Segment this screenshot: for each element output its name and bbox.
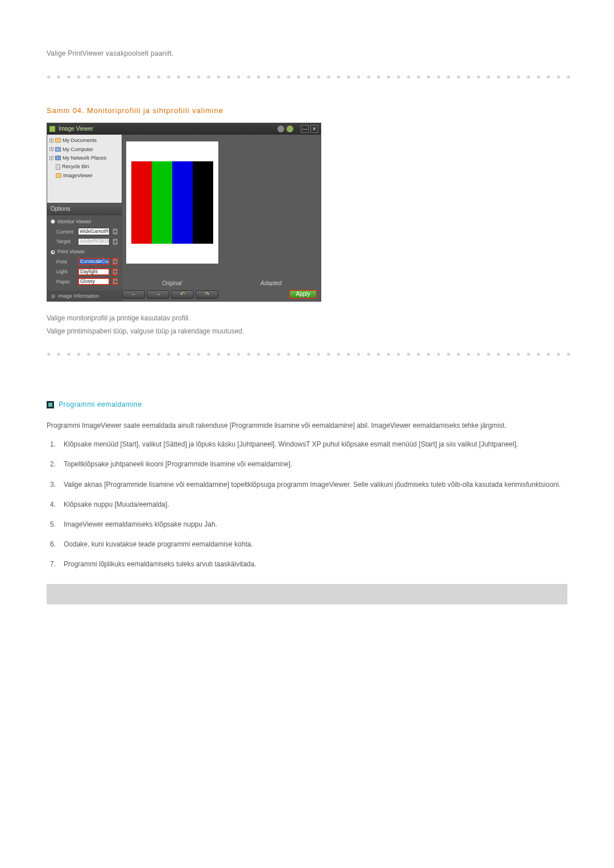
step-item: ImageViewer eemaldamiseks klõpsake nuppu… [64,519,567,530]
apply-button[interactable]: Apply [289,290,317,299]
close-button[interactable]: ✕ [310,125,318,133]
tree-network-places[interactable]: My Network Places [63,154,106,162]
folder-icon [56,173,61,178]
dropdown-icon[interactable]: ▾ [112,238,118,245]
expand-icon[interactable]: + [49,156,53,160]
minimize-button[interactable]: — [301,125,309,133]
uninstall-title: Programmi eemaldamine [47,399,567,410]
computer-icon [55,147,61,152]
current-profile-input[interactable]: WideGamutRGB.icc [78,228,110,235]
print-profile-input[interactable]: EuroscaleCoated.icc [78,258,110,265]
dropdown-icon[interactable]: ▾ [112,268,118,276]
tree-my-computer[interactable]: My Computer [63,145,93,153]
tree-imageviewer[interactable]: ImageViewer [63,172,93,180]
step-item: Valige aknas [Programmide lisamine või e… [64,479,567,490]
network-icon [55,156,61,160]
light-label: Light [56,268,76,276]
divider: ● ● ● ● ● ● ● ● ● ● ● ● ● ● ● ● ● ● ● ● … [47,349,567,360]
titlebar: Image Viewer — ✕ [47,123,321,135]
tree-recycle-bin[interactable]: Recycle Bin [62,162,89,170]
section-icon [47,401,54,408]
monitor-viewer-label: Monitor Viewer [57,218,92,226]
uninstall-intro: Programmi ImageViewer saate eemaldada ai… [47,420,567,431]
intro-text: Valige PrintViewer vasakpoolselt paanilt… [47,48,567,59]
next-button[interactable]: → [147,290,169,299]
original-preview [126,141,218,264]
tree-my-documents[interactable]: My Documents [63,136,97,144]
target-label: Target [56,237,76,245]
instruction-line-2: Valige printimispaberi tüüp, valguse tüü… [47,326,567,337]
dropdown-icon[interactable]: ▾ [112,258,118,265]
divider: ● ● ● ● ● ● ● ● ● ● ● ● ● ● ● ● ● ● ● ● … [47,72,567,82]
preview-toolbar: ← → ↶ ↷ Apply [122,289,321,299]
print-viewer-radio[interactable] [51,250,55,254]
step-item: Topeltklõpsake juhtpaneeli ikooni [Progr… [64,459,567,470]
app-title: Image Viewer [59,124,93,133]
light-input[interactable]: Daylight [78,268,110,276]
redo-button[interactable]: ↷ [196,290,218,299]
folder-icon [55,138,61,143]
prev-button[interactable]: ← [122,290,145,299]
step-title: Samm 04. Monitoriprofiili ja sihtprofiil… [47,105,567,117]
folder-tree[interactable]: +My Documents +My Computer +My Network P… [47,135,122,203]
print-viewer-label: Print Viewer [57,248,85,256]
help-icon[interactable] [287,126,293,132]
recycle-bin-icon [56,164,60,170]
uninstall-steps: Klõpsake menüüd [Start], valikut [Sätted… [64,439,567,570]
paper-label: Paper [56,278,76,286]
caption-adapted: Adapted [222,279,321,288]
sidebar: +My Documents +My Computer +My Network P… [47,135,122,301]
image-info-label: Image Information [58,292,99,300]
step-item: Oodake, kuni kuvatakse teade programmi e… [64,539,567,550]
step-item: Programmi lõplikuks eemaldamiseks tuleks… [64,559,567,570]
undo-button[interactable]: ↶ [171,290,194,299]
monitor-viewer-radio[interactable] [51,219,55,224]
options-header: Options [47,203,122,215]
footer-bar [47,584,567,604]
expand-icon[interactable]: + [49,139,53,143]
dropdown-icon[interactable]: ▾ [112,228,118,235]
step-item: Klõpsake menüüd [Start], valikut [Sätted… [64,439,567,450]
preview-area: Original Adapted ← → ↶ ↷ Apply [122,135,321,301]
target-profile-input[interactable]: AdobeRGB1998.icc [78,238,110,245]
image-info-checkbox[interactable] [51,294,56,299]
expand-icon[interactable]: + [49,147,53,151]
app-logo-icon [49,126,55,132]
settings-icon[interactable] [277,126,284,132]
paper-input[interactable]: Glossy [78,278,110,285]
dropdown-icon[interactable]: ▾ [112,278,118,285]
print-label: Print [56,258,76,266]
image-viewer-window: Image Viewer — ✕ +My Documents +My Compu… [47,123,321,302]
current-label: Current [56,228,76,236]
instruction-line-1: Valige monitoriprofiil ja printige kasut… [47,313,567,324]
step-item: Klõpsake nuppu [Muuda/eemalda]. [64,499,567,510]
caption-original: Original [122,279,222,288]
